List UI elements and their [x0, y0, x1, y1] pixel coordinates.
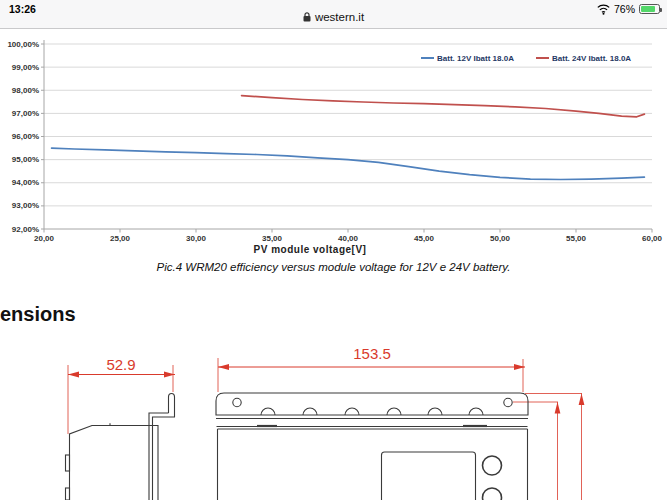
knob-top [483, 456, 502, 475]
y-tick-label: 92,00% [12, 225, 39, 234]
x-tick-label: 25,00 [110, 234, 131, 243]
side-view-drawing: 52.9 [66, 356, 176, 500]
figure-caption: Pic.4 WRM20 efficiency versus module vol… [0, 261, 667, 273]
mounting-hole-left [233, 398, 241, 406]
x-tick-label: 30,00 [186, 234, 207, 243]
address-url: western.it [315, 11, 364, 23]
mounting-hole-right [504, 398, 512, 406]
y-tick-label: 96,00% [12, 132, 39, 141]
chart-gridlines [41, 40, 652, 233]
x-tick-label: 50,00 [490, 234, 511, 243]
legend-label: Batt. 24V Ibatt. 18.0A [552, 54, 631, 63]
y-tick-label: 93,00% [12, 201, 39, 210]
display-window [382, 452, 476, 500]
y-tick-label: 98,00% [12, 86, 39, 95]
x-tick-label: 35,00 [262, 234, 283, 243]
section-heading-dimensions: ensions [0, 303, 76, 326]
chart-axis-labels: 100,00%99,00%98,00%97,00%96,00%95,00%94,… [7, 40, 662, 244]
side-width-dimension: 52.9 [68, 356, 175, 434]
browser-top-bar: 13:26 76% western.it [0, 0, 667, 29]
y-tick-label: 95,00% [12, 155, 39, 164]
y-tick-label: 94,00% [12, 178, 39, 187]
address-bar[interactable]: western.it [0, 8, 667, 26]
x-tick-label: 40,00 [338, 234, 359, 243]
side-width-label: 52.9 [106, 356, 135, 373]
front-view-outline [216, 393, 528, 500]
side-view-outline [66, 394, 175, 500]
series-line-12v [52, 148, 645, 179]
lock-icon [303, 12, 311, 22]
y-tick-label: 100,00% [7, 40, 39, 49]
efficiency-chart: 100,00%99,00%98,00%97,00%96,00%95,00%94,… [0, 36, 667, 264]
x-axis-title: PV module voltage[V] [254, 244, 367, 255]
knob-bottom [483, 488, 502, 500]
front-width-label: 153.5 [353, 345, 391, 362]
y-tick-label: 99,00% [12, 63, 39, 72]
front-view-drawing: 153.5 [216, 345, 584, 500]
front-width-dimension: 153.5 [218, 345, 584, 500]
dimension-drawings: 52.9 153.5 [0, 338, 667, 500]
legend-label: Batt. 12V Ibatt 18.0A [437, 54, 514, 63]
x-tick-label: 55,00 [566, 234, 587, 243]
x-tick-label: 60,00 [642, 234, 663, 243]
chart-legend: Batt. 12V Ibatt 18.0ABatt. 24V Ibatt. 18… [421, 54, 631, 63]
y-tick-label: 97,00% [12, 109, 39, 118]
x-tick-label: 20,00 [34, 234, 55, 243]
x-tick-label: 45,00 [414, 234, 435, 243]
